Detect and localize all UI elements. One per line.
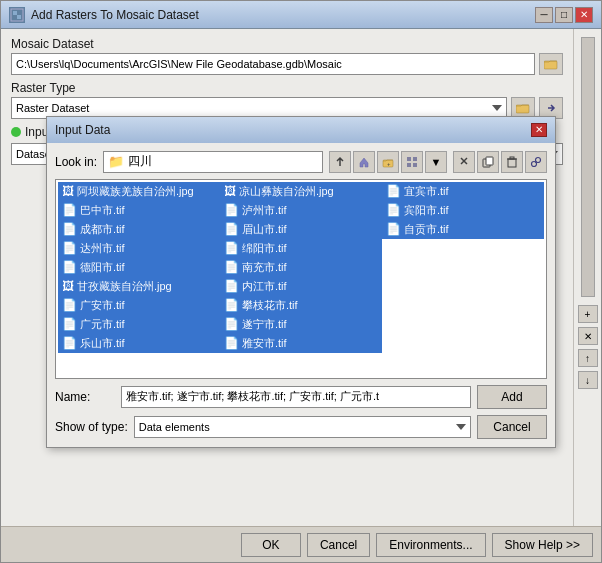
file-icon: 🖼 [62,184,74,198]
file-item[interactable]: 📄 自贡市.tif [382,220,544,239]
file-item[interactable]: 📄 遂宁市.tif [220,315,382,334]
file-item[interactable]: 📄 雅安市.tif [220,334,382,353]
file-icon: 📄 [224,298,239,312]
file-icon: 🖼 [224,184,236,198]
file-item[interactable]: 🖼 凉山彝族自治州.jpg [220,182,382,201]
dialog-name-row: Name: Add [55,385,547,409]
new-folder-button[interactable]: + [377,151,399,173]
file-item[interactable]: 🖼 阿坝藏族羌族自治州.jpg [58,182,220,201]
file-icon: 📄 [62,241,77,255]
home-button[interactable] [353,151,375,173]
file-icon: 📄 [224,203,239,217]
look-in-value: 四川 [128,153,152,170]
look-in-row: Look in: 📁 四川 + [55,151,547,173]
file-item[interactable]: 🖼 甘孜藏族自治州.jpg [58,277,220,296]
file-icon: 📄 [386,222,401,236]
svg-text:+: + [387,161,391,167]
file-item[interactable]: 📄 宾阳市.tif [382,201,544,220]
file-item [382,277,544,296]
file-item [382,315,544,334]
file-item[interactable]: 📄 南充市.tif [220,258,382,277]
svg-rect-14 [486,157,493,165]
file-item[interactable]: 📄 巴中市.tif [58,201,220,220]
show-of-type-dropdown[interactable]: Data elements [134,416,471,438]
file-icon: 📄 [224,222,239,236]
file-icon: 📄 [224,279,239,293]
look-in-label: Look in: [55,155,97,169]
file-icon: 📄 [224,336,239,350]
file-icon: 🖼 [62,279,74,293]
delete-button[interactable] [501,151,523,173]
input-data-dialog: Input Data ✕ Look in: 📁 四川 [46,116,556,448]
file-icon: 📄 [224,241,239,255]
copy-button[interactable] [477,151,499,173]
file-item[interactable]: 📄 宜宾市.tif [382,182,544,201]
dialog-cancel-button[interactable]: Cancel [477,415,547,439]
file-icon: 📄 [224,260,239,274]
file-item [382,258,544,277]
name-label: Name: [55,390,115,404]
file-item[interactable]: 📄 成都市.tif [58,220,220,239]
dialog-toolbar: + ▼ [329,151,447,173]
file-icon: 📄 [62,317,77,331]
dialog-title: Input Data [55,123,110,137]
svg-rect-10 [413,163,417,167]
dialog-close-button[interactable]: ✕ [531,123,547,137]
svg-line-20 [536,161,537,162]
file-icon: 📄 [386,203,401,217]
dialog-title-bar: Input Data ✕ [47,117,555,143]
file-icon: 📄 [62,260,77,274]
file-item [382,334,544,353]
file-item [382,239,544,258]
file-item [382,296,544,315]
file-item[interactable]: 📄 达州市.tif [58,239,220,258]
modal-overlay: Input Data ✕ Look in: 📁 四川 [0,0,602,563]
file-icon: 📄 [224,317,239,331]
file-icon: 📄 [62,336,77,350]
name-input[interactable] [121,386,471,408]
folder-icon: 📁 [108,154,124,169]
file-item[interactable]: 📄 绵阳市.tif [220,239,382,258]
svg-rect-17 [510,157,514,159]
dialog-show-type-row: Show of type: Data elements Cancel [55,415,547,439]
file-grid: 🖼 阿坝藏族羌族自治州.jpg 🖼 凉山彝族自治州.jpg 📄 宜宾市.tif … [58,182,544,353]
dialog-add-button[interactable]: Add [477,385,547,409]
file-item[interactable]: 📄 泸州市.tif [220,201,382,220]
dialog-toolbar2 [453,151,547,173]
look-in-input[interactable]: 📁 四川 [103,151,323,173]
file-item[interactable]: 📄 德阳市.tif [58,258,220,277]
svg-rect-8 [413,157,417,161]
file-item[interactable]: 📄 攀枝花市.tif [220,296,382,315]
file-item[interactable]: 📄 广安市.tif [58,296,220,315]
file-item[interactable]: 📄 眉山市.tif [220,220,382,239]
file-icon: 📄 [62,298,77,312]
file-icon: 📄 [62,222,77,236]
svg-rect-7 [407,157,411,161]
view-dropdown-button[interactable]: ▼ [425,151,447,173]
navigate-up-button[interactable] [329,151,351,173]
file-item[interactable]: 📄 乐山市.tif [58,334,220,353]
svg-rect-9 [407,163,411,167]
svg-rect-15 [508,159,516,167]
view-toggle-button[interactable] [401,151,423,173]
link-button[interactable] [525,151,547,173]
file-icon: 📄 [62,203,77,217]
dialog-content: Look in: 📁 四川 + [47,143,555,447]
file-item[interactable]: 📄 广元市.tif [58,315,220,334]
file-list-area[interactable]: 🖼 阿坝藏族羌族自治州.jpg 🖼 凉山彝族自治州.jpg 📄 宜宾市.tif … [55,179,547,379]
cut-button[interactable] [453,151,475,173]
show-of-type-label: Show of type: [55,420,128,434]
file-item[interactable]: 📄 内江市.tif [220,277,382,296]
file-icon: 📄 [386,184,401,198]
